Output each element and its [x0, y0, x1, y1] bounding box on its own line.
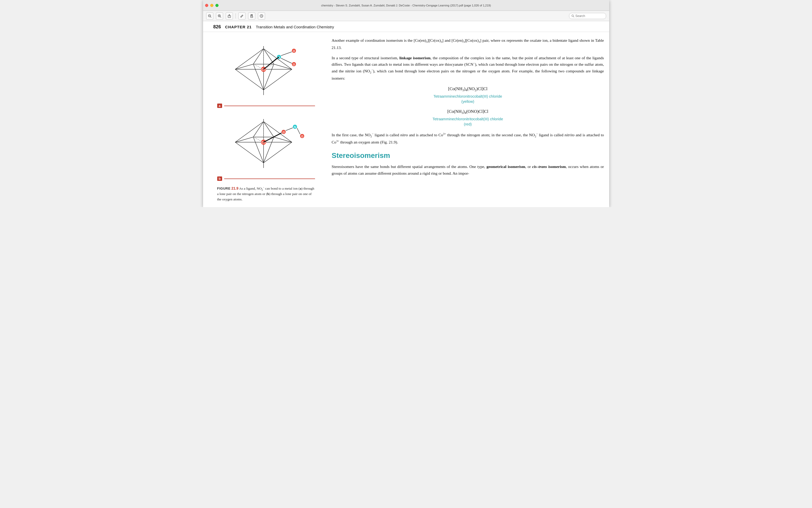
page-number: 826: [213, 24, 221, 30]
search-input[interactable]: [575, 14, 604, 18]
svg-line-4: [220, 16, 221, 17]
search-icon: [571, 14, 574, 17]
zoom-out-button[interactable]: [206, 12, 213, 19]
chapter-label: CHAPTER 21: [225, 25, 252, 29]
minimize-button[interactable]: [210, 4, 213, 7]
svg-line-1: [210, 16, 211, 17]
svg-line-45: [274, 137, 292, 142]
paragraph-4: Stereoisomers have the same bonds but di…: [332, 163, 604, 176]
section-heading-stereoisomerism: Stereoisomerism: [332, 152, 604, 160]
divider-b: b: [217, 176, 315, 181]
window-title: chemistry - Steven S. Zumdahl, Susan A. …: [321, 4, 491, 7]
pdf-viewer-window: chemistry - Steven S. Zumdahl, Susan A. …: [203, 0, 609, 207]
svg-text:O: O: [293, 63, 295, 66]
paragraph-1: Another example of coordination isomeris…: [332, 37, 604, 51]
compound-2-name: Tetraamminechloronitritocobalt(III) chlo…: [332, 117, 604, 127]
print-button[interactable]: [248, 12, 255, 19]
main-content: Co N O O: [203, 32, 609, 207]
svg-line-38: [264, 57, 279, 69]
divider-rule-b: [224, 178, 315, 179]
titlebar: chemistry - Steven S. Zumdahl, Susan A. …: [203, 0, 609, 11]
figure-label: FIGURE: [217, 186, 231, 190]
maximize-button[interactable]: [216, 4, 219, 7]
svg-line-19: [253, 49, 264, 64]
diagram-b: Co O N O: [217, 110, 315, 174]
formula-1: [Co(NH3)4(NO2)Cl]Cl: [448, 86, 487, 91]
svg-text:O: O: [282, 131, 285, 134]
search-box[interactable]: [569, 13, 606, 19]
chapter-title: Transition Metals and Coordination Chemi…: [256, 25, 334, 29]
formula-2: [Co(NH3)4(ONO)Cl]Cl: [447, 109, 488, 114]
figure-container: Co N O O: [211, 37, 322, 202]
svg-line-21: [274, 64, 292, 69]
clock-button[interactable]: [258, 12, 265, 19]
toolbar: [203, 11, 609, 21]
right-column: Another example of coordination isomeris…: [327, 37, 604, 180]
zoom-in-button[interactable]: [216, 12, 223, 19]
diagram-a: Co N O O: [217, 37, 315, 101]
figure-caption: FIGURE 21.9 As a ligand, NO2− can bond t…: [217, 185, 315, 202]
badge-b: b: [217, 176, 222, 181]
formula-1-block: [Co(NH3)4(NO2)Cl]Cl: [332, 86, 604, 92]
svg-point-13: [572, 15, 573, 16]
close-button[interactable]: [205, 4, 208, 7]
paragraph-2: In a second type of structural isomerism…: [332, 55, 604, 82]
compound-1-name: Tetraamminechloronitrocobalt(III) chlori…: [332, 94, 604, 104]
svg-line-36: [281, 52, 292, 56]
edit-button[interactable]: [238, 12, 245, 19]
svg-line-62: [264, 133, 282, 142]
svg-line-43: [253, 122, 264, 137]
divider-a: a: [217, 103, 315, 108]
svg-line-61: [297, 128, 300, 134]
svg-line-14: [573, 16, 574, 17]
divider-rule-a: [224, 105, 315, 106]
svg-text:O: O: [293, 49, 295, 52]
svg-line-60: [286, 128, 293, 131]
svg-line-44: [235, 137, 253, 142]
left-column: Co N O O: [211, 37, 322, 202]
svg-line-20: [235, 64, 253, 69]
paragraph-3: In the first case, the NO2− ligand is ca…: [332, 132, 604, 145]
svg-line-42: [264, 122, 274, 137]
svg-text:N: N: [294, 125, 296, 129]
badge-a: a: [217, 103, 222, 108]
share-button[interactable]: [226, 12, 233, 19]
svg-rect-10: [251, 16, 253, 17]
svg-text:O: O: [301, 135, 303, 138]
figure-number: 21.9: [231, 186, 238, 190]
page-header: 826 CHAPTER 21 Transition Metals and Coo…: [203, 21, 609, 32]
formula-2-block: [Co(NH3)4(ONO)Cl]Cl: [332, 109, 604, 115]
